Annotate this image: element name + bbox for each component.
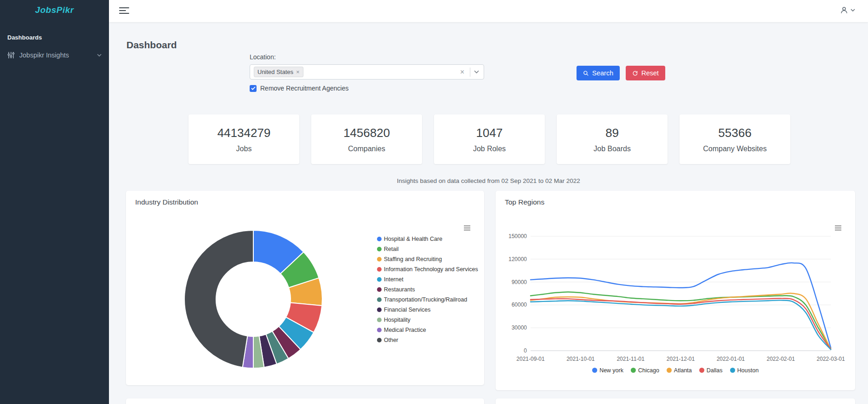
industry-legend-item[interactable]: Medical Practice xyxy=(377,327,478,333)
legend-label: Retail xyxy=(384,246,399,252)
legend-label: Hospitality xyxy=(384,317,411,323)
page-title: Dashboard xyxy=(126,40,177,51)
reset-button[interactable]: Reset xyxy=(626,66,665,80)
stat-label: Companies xyxy=(348,145,385,153)
topbar xyxy=(109,0,868,22)
industry-legend-item[interactable]: Other xyxy=(377,337,478,343)
tag-remove-icon[interactable]: × xyxy=(296,69,300,75)
legend-color-dot xyxy=(730,368,735,373)
legend-color-dot xyxy=(377,307,382,312)
industry-legend-item[interactable]: Internet xyxy=(377,276,478,282)
user-icon xyxy=(840,6,848,14)
y-axis-tick-label: 90000 xyxy=(512,279,527,285)
chart-title: Industry Distribution xyxy=(135,198,198,206)
legend-label: Medical Practice xyxy=(384,327,426,333)
search-icon xyxy=(583,70,589,76)
legend-label: Staffing and Recruiting xyxy=(384,256,442,262)
hamburger-menu-button[interactable] xyxy=(119,7,129,14)
clear-selection-icon[interactable]: × xyxy=(457,68,467,76)
stat-card-job-roles: 1047 Job Roles xyxy=(434,114,545,164)
stat-card-job-boards: 89 Job Boards xyxy=(557,114,668,164)
filter-actions: Search Reset xyxy=(577,66,665,80)
x-axis-tick-label: 2022-01-01 xyxy=(717,356,745,362)
stats-row: 44134279 Jobs 1456820 Companies 1047 Job… xyxy=(188,114,790,164)
reset-button-label: Reset xyxy=(641,69,659,77)
refresh-icon xyxy=(632,70,638,76)
stat-label: Company Websites xyxy=(703,145,766,153)
industry-legend-item[interactable]: Retail xyxy=(377,246,478,252)
stat-value: 1047 xyxy=(476,126,503,140)
select-chevron-down-icon[interactable] xyxy=(473,70,480,74)
search-button[interactable]: Search xyxy=(577,66,620,80)
legend-label: Houston xyxy=(737,367,759,374)
industry-legend-item[interactable]: Hospital & Health Care xyxy=(377,236,478,242)
legend-color-dot xyxy=(377,247,382,251)
location-tag-label: United States xyxy=(257,68,293,75)
legend-color-dot xyxy=(377,267,382,272)
legend-color-dot xyxy=(377,338,382,342)
legend-label: Internet xyxy=(384,276,403,283)
legend-label: Financial Services xyxy=(384,307,430,313)
remove-agencies-row: Remove Recruitment Agencies xyxy=(250,85,348,92)
legend-label: Other xyxy=(384,337,398,343)
legend-color-dot xyxy=(377,318,382,322)
legend-label: Restaurants xyxy=(384,286,415,293)
industry-legend-item[interactable]: Restaurants xyxy=(377,286,478,292)
insights-note: Insights based on data collected from 02… xyxy=(109,177,868,184)
stat-value: 55366 xyxy=(718,126,751,140)
legend-label: New york xyxy=(600,367,623,374)
x-axis-tick-label: 2022-03-01 xyxy=(817,356,845,362)
legend-color-dot xyxy=(699,368,704,373)
remove-agencies-label: Remove Recruitment Agencies xyxy=(260,85,348,92)
legend-color-dot xyxy=(631,368,636,373)
stat-label: Job Roles xyxy=(473,145,506,153)
stat-card-companies: 1456820 Companies xyxy=(311,114,422,164)
legend-label: Transportation/Trucking/Railroad xyxy=(384,296,467,303)
sidebar-item-label: Jobspikr Insights xyxy=(19,51,69,59)
donut-segment[interactable] xyxy=(184,230,253,367)
industry-donut-chart[interactable] xyxy=(180,226,327,373)
industry-legend-item[interactable]: Information Technology and Services xyxy=(377,266,478,272)
industry-legend-item[interactable]: Financial Services xyxy=(377,307,478,313)
chevron-down-icon xyxy=(851,9,855,11)
region-series-line[interactable] xyxy=(531,300,831,349)
legend-label: Hospital & Health Care xyxy=(384,236,442,242)
regions-legend-item[interactable]: Atlanta xyxy=(667,367,692,373)
sidebar-item-jobspikr-insights[interactable]: Jobspikr Insights xyxy=(0,47,109,63)
stat-value: 89 xyxy=(605,126,619,140)
remove-agencies-checkbox[interactable] xyxy=(250,85,257,92)
legend-color-dot xyxy=(377,287,382,292)
sidebar: JobsPikr Dashboards Jobspikr Insights xyxy=(0,0,109,404)
x-axis-tick-label: 2022-02-01 xyxy=(766,356,795,362)
x-axis-tick-label: 2021-11-01 xyxy=(617,356,645,362)
stat-card-jobs: 44134279 Jobs xyxy=(188,114,299,164)
top-regions-card: Top Regions 0300006000090000120000150000… xyxy=(496,191,855,390)
stat-label: Jobs xyxy=(236,145,252,153)
legend-label: Dallas xyxy=(707,367,723,374)
location-select[interactable]: United States × × xyxy=(250,64,484,80)
regions-line-chart[interactable]: 03000060000900001200001500002021-09-0120… xyxy=(496,191,855,365)
user-menu-button[interactable] xyxy=(840,6,855,14)
region-series-line[interactable] xyxy=(531,263,831,348)
regions-legend-item[interactable]: New york xyxy=(592,367,623,373)
y-axis-tick-label: 150000 xyxy=(508,233,527,239)
industry-legend-item[interactable]: Transportation/Trucking/Railroad xyxy=(377,296,478,302)
region-series-line[interactable] xyxy=(531,293,831,349)
legend-color-dot xyxy=(592,368,597,373)
legend-color-dot xyxy=(377,328,382,332)
regions-legend-item[interactable]: Dallas xyxy=(699,367,723,373)
industry-distribution-card: Industry Distribution Hospital & Health … xyxy=(126,191,484,385)
legend-label: Atlanta xyxy=(674,367,692,374)
industry-legend-item[interactable]: Hospitality xyxy=(377,317,478,323)
regions-legend-item[interactable]: Chicago xyxy=(631,367,659,373)
industry-legend-item[interactable]: Staffing and Recruiting xyxy=(377,256,478,262)
y-axis-tick-label: 0 xyxy=(524,347,527,354)
x-axis-tick-label: 2021-12-01 xyxy=(667,356,695,362)
stat-value: 44134279 xyxy=(217,126,271,140)
legend-label: Information Technology and Services xyxy=(384,266,478,273)
regions-legend-item[interactable]: Houston xyxy=(730,367,759,373)
app-logo[interactable]: JobsPikr xyxy=(0,5,109,15)
chart-context-menu-icon[interactable] xyxy=(462,224,472,232)
sidebar-section-label: Dashboards xyxy=(7,34,42,41)
stat-label: Job Boards xyxy=(594,145,631,153)
